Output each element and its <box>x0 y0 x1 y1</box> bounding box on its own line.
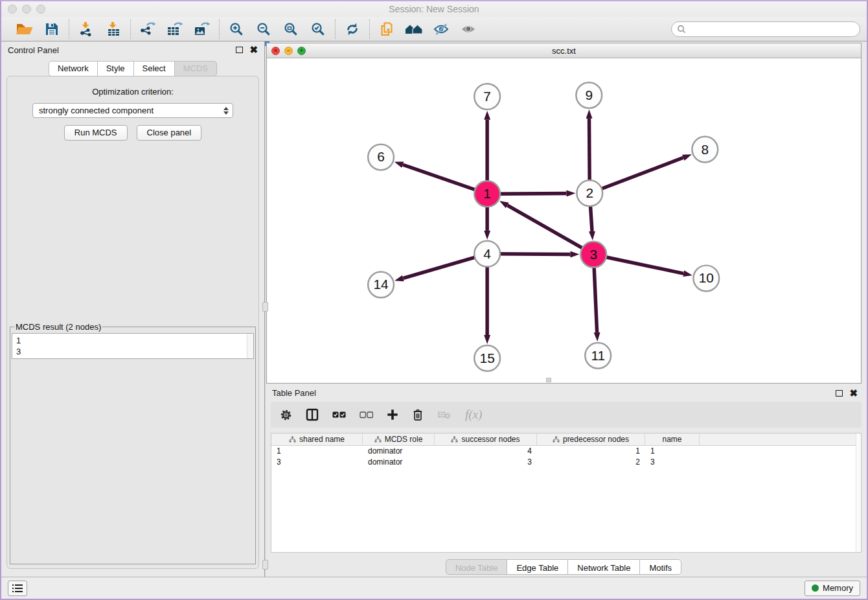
tab-motifs[interactable]: Motifs <box>639 559 681 575</box>
annotation-button[interactable] <box>376 19 397 39</box>
tab-style[interactable]: Style <box>97 61 134 76</box>
delete-table-button[interactable] <box>437 410 451 420</box>
node-15[interactable]: 15 <box>474 345 500 371</box>
node-2[interactable]: 2 <box>577 180 602 206</box>
status-menu-button[interactable] <box>8 581 27 596</box>
show-all-button[interactable] <box>458 19 479 39</box>
table-row[interactable]: 3dominator323 <box>271 457 861 468</box>
node-4[interactable]: 4 <box>474 241 500 267</box>
column-header-mcds-role[interactable]: MCDS role <box>363 433 435 445</box>
export-table-icon <box>166 21 183 37</box>
column-header-label: name <box>662 435 681 444</box>
float-panel-icon[interactable] <box>236 47 243 53</box>
column-header-successor-nodes[interactable]: successor nodes <box>435 433 537 445</box>
column-header-shared-name[interactable]: shared name <box>271 433 363 445</box>
network-hscroll-handle[interactable] <box>546 378 551 382</box>
search-box[interactable] <box>671 21 860 37</box>
svg-text:11: 11 <box>591 348 605 363</box>
tab-network-table[interactable]: Network Table <box>567 559 640 575</box>
result-scrollbar[interactable] <box>247 334 253 358</box>
table-header-row: shared nameMCDS rolesuccessor nodesprede… <box>271 433 861 446</box>
export-table-button[interactable] <box>165 19 185 39</box>
delete-column-button[interactable] <box>412 408 424 421</box>
float-table-panel-icon[interactable] <box>836 390 843 397</box>
table-cell[interactable]: 1 <box>537 446 645 457</box>
table-cell[interactable]: 1 <box>645 446 700 457</box>
node-8[interactable]: 8 <box>692 137 718 163</box>
save-session-button[interactable] <box>41 19 62 39</box>
column-header-predecessor-nodes[interactable]: predecessor nodes <box>537 433 645 445</box>
open-session-button[interactable] <box>14 19 35 39</box>
function-builder-button[interactable]: f(x) <box>465 408 482 422</box>
tab-edge-table[interactable]: Edge Table <box>507 559 568 575</box>
export-image-button[interactable] <box>192 19 212 39</box>
edge-2-8[interactable] <box>589 157 683 193</box>
node-11[interactable]: 11 <box>585 343 611 369</box>
zoom-selected-button[interactable] <box>308 19 328 39</box>
close-table-panel-icon[interactable]: ✖ <box>849 390 858 397</box>
select-stepper-icon <box>222 104 233 117</box>
export-network-button[interactable] <box>137 19 158 39</box>
table-cell[interactable]: 2 <box>537 457 645 468</box>
import-network-button[interactable] <box>76 19 97 39</box>
table-body: 1dominator4113dominator323 <box>271 446 861 468</box>
zoom-fit-button[interactable] <box>280 19 301 39</box>
svg-text:4: 4 <box>483 246 491 261</box>
memory-button[interactable]: Memory <box>805 581 860 596</box>
table-cell[interactable]: 3 <box>271 457 363 468</box>
splitter-handle[interactable] <box>262 302 268 312</box>
home-button[interactable] <box>404 19 424 39</box>
import-table-button[interactable] <box>103 19 124 39</box>
table-cell[interactable]: dominator <box>363 457 435 468</box>
table-cell[interactable]: 3 <box>645 457 700 468</box>
select-all-columns-button[interactable] <box>332 410 346 419</box>
criterion-select[interactable]: strongly connected component <box>32 103 233 118</box>
node-10[interactable]: 10 <box>693 266 719 292</box>
node-table: shared nameMCDS rolesuccessor nodesprede… <box>271 433 862 553</box>
column-header-label: successor nodes <box>461 435 520 444</box>
deselect-all-columns-button[interactable] <box>360 410 373 419</box>
close-panel-button[interactable]: Close panel <box>137 125 202 141</box>
zoom-out-button[interactable] <box>253 19 274 39</box>
trash-icon <box>412 408 424 421</box>
tab-node-table[interactable]: Node Table <box>446 559 508 575</box>
tab-select[interactable]: Select <box>133 61 175 76</box>
table-settings-button[interactable] <box>280 409 292 421</box>
svg-text:2: 2 <box>586 185 593 200</box>
search-input[interactable] <box>689 23 860 36</box>
table-cell[interactable]: 1 <box>271 446 363 457</box>
table-row[interactable]: 1dominator411 <box>271 446 861 457</box>
table-cell[interactable]: 4 <box>435 446 537 457</box>
node-3[interactable]: 3 <box>580 242 606 268</box>
svg-text:3: 3 <box>589 247 597 262</box>
network-window-titlebar[interactable]: × − + scc.txt <box>267 43 861 58</box>
list-icon <box>12 584 23 593</box>
table-cell[interactable]: dominator <box>363 446 435 457</box>
node-7[interactable]: 7 <box>474 84 500 110</box>
node-9[interactable]: 9 <box>576 82 602 108</box>
node-6[interactable]: 6 <box>368 144 394 170</box>
refresh-button[interactable] <box>342 19 363 39</box>
annotation-copy-icon <box>379 21 394 37</box>
run-mcds-button[interactable]: Run MCDS <box>64 125 128 141</box>
node-1[interactable]: 1 <box>474 181 500 207</box>
mcds-result-box[interactable]: 1 3 <box>12 333 254 359</box>
edge-3-1[interactable] <box>507 205 593 255</box>
node-14[interactable]: 14 <box>368 272 394 298</box>
save-floppy-icon <box>44 21 60 37</box>
add-column-button[interactable] <box>387 409 398 421</box>
hide-selected-button[interactable] <box>431 19 451 39</box>
column-header-name[interactable]: name <box>645 433 700 445</box>
edge-3-10[interactable] <box>593 255 683 273</box>
zoom-in-button[interactable] <box>226 19 247 39</box>
network-graph[interactable]: 7968124314101511 <box>267 59 861 383</box>
table-cell[interactable]: 3 <box>435 457 537 468</box>
titlebar: Session: New Session <box>1 1 867 17</box>
tab-mcds[interactable]: MCDS <box>174 61 217 76</box>
show-columns-button[interactable] <box>306 408 319 421</box>
close-panel-icon[interactable]: ✖ <box>249 47 258 53</box>
network-canvas[interactable]: 7968124314101511 <box>267 59 861 383</box>
table-scrollbar[interactable] <box>856 433 861 552</box>
tab-network[interactable]: Network <box>49 61 98 76</box>
splitter-handle[interactable] <box>262 560 268 570</box>
